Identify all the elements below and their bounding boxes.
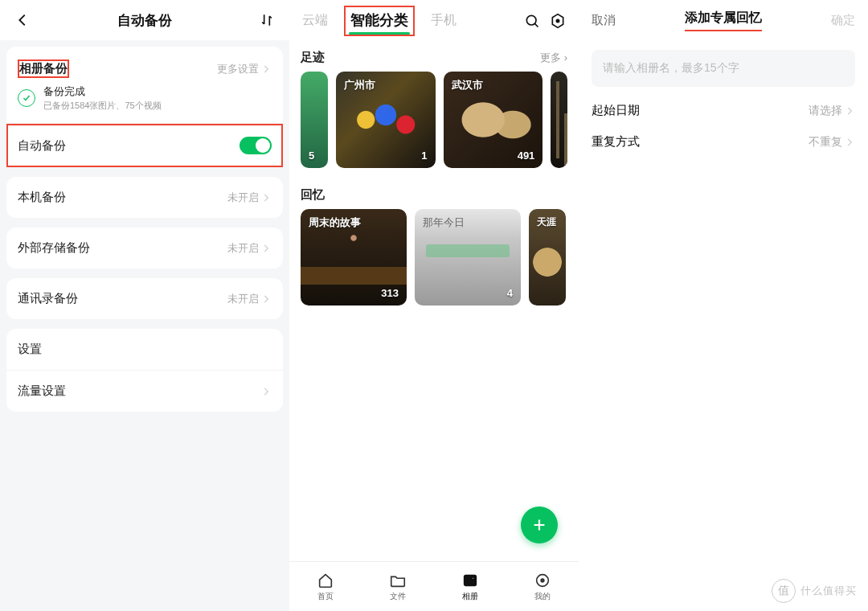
pane-album: 云端 智能分类 手机 足迹 更多 › 5 广州市 1 — [289, 0, 579, 611]
cancel-button[interactable]: 取消 — [592, 13, 616, 28]
status-sub: 已备份1584张图片、75个视频 — [43, 100, 162, 112]
row-repeat[interactable]: 重复方式 不重复 — [592, 118, 855, 150]
svg-point-5 — [541, 579, 544, 582]
svg-point-0 — [526, 15, 536, 25]
album-name-input[interactable]: 请输入相册名，最多15个字 — [592, 50, 855, 87]
tile-name: 那年今日 — [423, 215, 465, 230]
svg-point-1 — [556, 19, 559, 22]
svg-rect-2 — [465, 575, 477, 585]
backup-status: 备份完成 已备份1584张图片、75个视频 — [6, 84, 283, 123]
tile-count: 5 — [309, 150, 314, 162]
tile-count: 1 — [421, 150, 427, 162]
nav-label: 首页 — [317, 591, 334, 602]
tile-count: 491 — [518, 150, 535, 162]
bottom-nav: 首页 文件 相册 我的 — [289, 561, 579, 611]
row-start-date[interactable]: 起始日期 请选择 — [592, 87, 855, 118]
nav-mine[interactable]: 我的 — [506, 562, 579, 611]
page-title: 添加专属回忆 — [685, 10, 762, 31]
row-album-backup-heading[interactable]: 相册备份 更多设置 — [6, 47, 283, 84]
confirm-button[interactable]: 确定 — [831, 13, 855, 28]
row-settings[interactable]: 设置 — [6, 329, 283, 370]
back-icon[interactable] — [13, 10, 32, 30]
repeat-value: 不重复 — [809, 135, 842, 150]
settings-label: 设置 — [18, 342, 42, 357]
section-memory-head: 回忆 — [289, 168, 579, 209]
section-footprint-head: 足迹 更多 › — [289, 42, 579, 72]
memory-tile-1[interactable]: 那年今日 4 — [415, 209, 521, 306]
album-backup-label: 相册备份 — [18, 59, 69, 78]
sort-icon[interactable] — [257, 10, 276, 30]
footprint-title: 足迹 — [301, 50, 325, 65]
local-backup-value: 未开启 — [227, 191, 259, 205]
start-date-label: 起始日期 — [592, 103, 640, 118]
card-album-backup: 相册备份 更多设置 备份完成 已备份1584张图片、75个视频 — [6, 47, 283, 167]
external-backup-label: 外部存储备份 — [18, 240, 90, 256]
pane-auto-backup: 自动备份 相册备份 更多设置 备份 — [0, 0, 289, 611]
tab-phone[interactable]: 手机 — [429, 9, 458, 34]
watermark-badge: 值 — [772, 579, 796, 603]
nav-album[interactable]: 相册 — [434, 562, 506, 611]
body: 请输入相册名，最多15个字 起始日期 请选择 重复方式 不重复 — [579, 40, 868, 159]
footprint-tile-2[interactable]: 武汉市 491 — [444, 72, 543, 168]
hex-icon[interactable] — [548, 11, 567, 31]
start-date-value: 请选择 — [809, 104, 842, 118]
watermark-text: 什么值得买 — [800, 584, 857, 598]
header: 取消 添加专属回忆 确定 — [579, 0, 868, 40]
footprint-tile-3[interactable] — [551, 72, 567, 168]
pane-add-memory: 取消 添加专属回忆 确定 请输入相册名，最多15个字 起始日期 请选择 重复方式… — [579, 0, 868, 611]
footprint-more[interactable]: 更多 › — [540, 51, 567, 65]
top-bar: 云端 智能分类 手机 — [289, 0, 579, 42]
card-external-backup[interactable]: 外部存储备份 未开启 — [6, 228, 283, 269]
row-traffic[interactable]: 流量设置 — [6, 370, 283, 412]
nav-label: 我的 — [534, 591, 551, 602]
more-settings-link[interactable]: 更多设置 — [217, 62, 272, 76]
header: 自动备份 — [0, 0, 289, 40]
tile-name: 广州市 — [344, 78, 375, 92]
tile-count: 313 — [381, 287, 399, 299]
card-settings-group: 设置 流量设置 — [6, 329, 283, 412]
status-title: 备份完成 — [43, 84, 162, 99]
footprint-tile-1[interactable]: 广州市 1 — [336, 72, 436, 168]
footprint-strip[interactable]: 5 广州市 1 武汉市 491 — [289, 72, 579, 168]
card-contacts-backup[interactable]: 通讯录备份 未开启 — [6, 278, 283, 319]
auto-backup-label: 自动备份 — [18, 138, 66, 154]
memory-strip[interactable]: 周末的故事 313 那年今日 4 天涯 — [289, 209, 579, 306]
nav-label: 相册 — [462, 591, 478, 602]
tab-cloud[interactable]: 云端 — [301, 9, 330, 34]
card-local-backup[interactable]: 本机备份 未开启 — [6, 177, 283, 218]
more-settings-text: 更多设置 — [217, 62, 259, 76]
local-backup-label: 本机备份 — [18, 190, 66, 205]
memory-title: 回忆 — [301, 187, 325, 203]
traffic-label: 流量设置 — [18, 383, 66, 399]
nav-files[interactable]: 文件 — [362, 562, 434, 611]
row-auto-backup[interactable]: 自动备份 — [6, 123, 283, 167]
contacts-backup-label: 通讯录备份 — [18, 291, 78, 306]
search-icon[interactable] — [522, 11, 542, 31]
tabs: 云端 智能分类 手机 — [301, 6, 516, 36]
repeat-label: 重复方式 — [592, 134, 640, 150]
nav-home[interactable]: 首页 — [289, 562, 362, 611]
external-backup-value: 未开启 — [227, 241, 259, 256]
memory-tile-0[interactable]: 周末的故事 313 — [301, 209, 407, 306]
page-title: 自动备份 — [117, 11, 172, 30]
nav-label: 文件 — [390, 591, 406, 602]
tile-name: 武汉市 — [452, 78, 483, 92]
watermark: 值 什么值得买 — [772, 579, 857, 603]
placeholder-text: 请输入相册名，最多15个字 — [603, 61, 739, 74]
tab-smart[interactable]: 智能分类 — [349, 7, 410, 35]
fab-add[interactable] — [521, 506, 558, 543]
tile-name: 周末的故事 — [309, 215, 361, 230]
body: 相册备份 更多设置 备份完成 已备份1584张图片、75个视频 — [0, 40, 289, 611]
tile-name: 天涯 — [537, 215, 556, 229]
check-circle-icon — [18, 89, 35, 107]
memory-tile-2[interactable]: 天涯 — [529, 209, 566, 306]
tab-smart-highlight: 智能分类 — [344, 6, 415, 36]
svg-point-3 — [472, 576, 474, 579]
footprint-tile-0[interactable]: 5 — [301, 72, 328, 168]
auto-backup-toggle[interactable] — [240, 137, 272, 154]
tile-count: 4 — [507, 287, 513, 299]
contacts-backup-value: 未开启 — [227, 292, 259, 306]
